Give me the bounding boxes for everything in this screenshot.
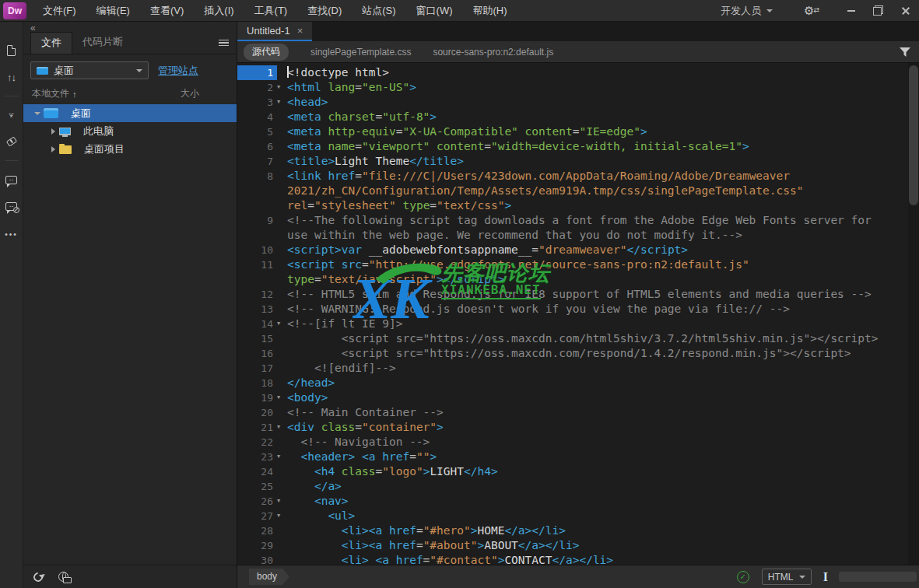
server-log-icon[interactable] [58,572,68,582]
tree-item[interactable]: 此电脑 [23,122,237,140]
eraser-icon[interactable] [7,135,16,148]
chevron-right-icon[interactable] [47,128,59,135]
code-line[interactable]: <meta name="viewport" content="width=dev… [287,139,749,154]
line-number [237,228,277,243]
chevron-right-icon[interactable] [47,146,59,152]
restore-button[interactable] [865,0,892,22]
code-line[interactable]: <!-- WARNING: Respond.js doesn't work if… [287,302,790,317]
fold-toggle-icon[interactable]: ▼ [277,420,287,435]
gutter: 30 [237,553,287,565]
fold-toggle-icon[interactable]: ▼ [277,450,287,464]
code-line[interactable]: rel="stylesheet" type="text/css"> [287,198,511,213]
related-file-3[interactable]: source-sans-pro:n2:default.js [433,47,553,58]
doc-mode-dropdown[interactable]: HTML [762,569,812,585]
code-line[interactable]: <!--[if lt IE 9]> [287,317,402,331]
menu-item-5[interactable]: 工具(T) [244,0,298,22]
code-line[interactable]: <meta http-equiv="X-UA-Compatible" conte… [287,124,647,139]
menu-item-1[interactable]: 文件(F) [33,0,86,22]
code-line[interactable]: </head> [287,376,335,390]
code-line[interactable]: <!doctype html> [287,65,389,80]
menu-item-4[interactable]: 插入(I) [194,0,244,22]
panel-menu-icon[interactable] [219,38,229,48]
expand-asterisk-icon[interactable]: ↔* [8,109,16,121]
divider [5,160,19,161]
tree-item[interactable]: 桌面 [23,104,237,122]
minimize-icon [847,10,855,12]
fold-toggle-icon[interactable]: ▼ [277,80,287,95]
code-line[interactable]: <li><a href="#hero">HOME</a></li> [287,523,566,538]
code-line[interactable]: <!--The following script tag downloads a… [287,213,872,228]
code-line[interactable]: <link href="file:///C|/Users/423down.com… [287,169,790,184]
fold-toggle-icon[interactable]: ▼ [277,317,287,331]
manage-sites-link[interactable]: 管理站点 [158,64,198,78]
tab-close-icon[interactable]: × [297,25,303,37]
code-line[interactable]: <ul> [287,509,355,523]
related-file-1[interactable]: 源代码 [244,44,289,61]
more-options-icon[interactable]: ••• [5,230,18,239]
code-line[interactable]: <li> <a href="#contact">CONTACT</a></li> [287,553,613,565]
panel-tab-代码片断[interactable]: 代码片断 [72,32,133,54]
code-line[interactable]: <script src="https://oss.maxcdn.com/html… [287,331,879,346]
menubar: Dw 文件(F)编辑(E)查看(V)插入(I)工具(T)查找(D)站点(S)窗口… [0,0,919,22]
lint-ok-icon[interactable]: ✓ [737,571,749,583]
code-line[interactable]: <!-- Main Container --> [287,405,444,420]
close-button[interactable] [892,0,919,22]
code-line[interactable]: <script src="http://use.edgefonts.net/so… [287,257,749,272]
code-line[interactable]: <title>Light Theme</title> [287,154,464,169]
panel-tab-文件[interactable]: 文件 [30,32,72,54]
code-row: use within the web page. We recommend th… [237,228,919,243]
tag-selector[interactable]: body [249,569,289,585]
code-row: 1<!doctype html> [237,65,919,80]
code-line[interactable]: <script src="https://oss.maxcdn.com/resp… [287,346,851,361]
code-line[interactable]: type="text/javascript"></script> [287,272,504,287]
updown-arrows-icon[interactable]: ↑↓ [7,71,16,83]
tree-item[interactable]: 桌面项目 [23,140,237,158]
menu-item-8[interactable]: 窗口(W) [406,0,463,22]
document-icon[interactable] [7,44,16,57]
code-line[interactable]: <!-- HTML5 shim and Respond.js for IE8 s… [287,287,872,302]
code-line[interactable]: <html lang="en-US"> [287,80,416,95]
minimize-button[interactable] [837,0,865,22]
refresh-icon[interactable] [32,570,45,583]
scrollbar-thumb[interactable] [909,65,918,205]
code-line[interactable]: use within the web page. We recommend th… [287,228,742,243]
local-files-column[interactable]: 本地文件 [32,87,69,100]
filter-icon[interactable] [900,47,910,57]
menu-item-9[interactable]: 帮助(H) [463,0,517,22]
code-line[interactable]: <li><a href="#about">ABOUT</a></li> [287,538,579,553]
comment-icon[interactable]: -- [5,173,17,186]
menu-item-2[interactable]: 编辑(E) [86,0,140,22]
fold-toggle-icon[interactable]: ▼ [277,390,287,405]
menu-item-7[interactable]: 站点(S) [352,0,405,22]
code-line[interactable]: <head> [287,95,328,110]
code-line[interactable]: </a> [287,479,342,494]
code-line[interactable]: <body> [287,390,328,405]
related-file-2[interactable]: singlePageTemplate.css [310,47,411,58]
workspace-switcher[interactable]: 开发人员 [714,4,779,18]
dreamweaver-window: Dw 文件(F)编辑(E)查看(V)插入(I)工具(T)查找(D)站点(S)窗口… [0,0,919,588]
code-line[interactable]: <!-- Navigation --> [287,435,430,450]
code-view[interactable]: 1<!doctype html>2▼<html lang="en-US">3▼<… [237,63,919,565]
horizontal-scrollbar[interactable] [839,572,917,582]
uncomment-icon[interactable]: -- [5,200,17,212]
sync-settings-button[interactable]: ⚙⇄ [804,4,819,18]
menu-item-6[interactable]: 查找(D) [297,0,352,22]
code-line[interactable]: <header> <a href=""> [287,450,437,464]
code-line[interactable]: 2021/zh_CN/Configuration/Temp/Assets/eam… [287,184,803,198]
chevron-down-icon[interactable] [31,112,44,115]
site-selector[interactable]: 桌面 [30,61,149,79]
code-line[interactable]: <meta charset="utf-8"> [287,110,437,124]
code-line[interactable]: <h4 class="logo">LIGHT</h4> [287,464,498,479]
fold-toggle-icon[interactable]: ▼ [277,494,287,509]
menu-item-3[interactable]: 查看(V) [140,0,194,22]
dreamweaver-logo-icon: Dw [3,2,26,19]
code-line[interactable]: <nav> [287,494,349,509]
document-tab[interactable]: Untitled-1 × [237,22,312,41]
code-line[interactable]: <script>var __adobewebfontsappname__="dr… [287,243,688,257]
fold-toggle-icon[interactable]: ▼ [277,95,287,110]
code-line[interactable]: <![endif]--> [287,361,396,376]
size-column[interactable]: 大小 [181,87,199,100]
fold-toggle-icon[interactable]: ▼ [277,509,287,523]
code-line[interactable]: <div class="container"> [287,420,444,435]
gutter: 8 [237,169,287,184]
